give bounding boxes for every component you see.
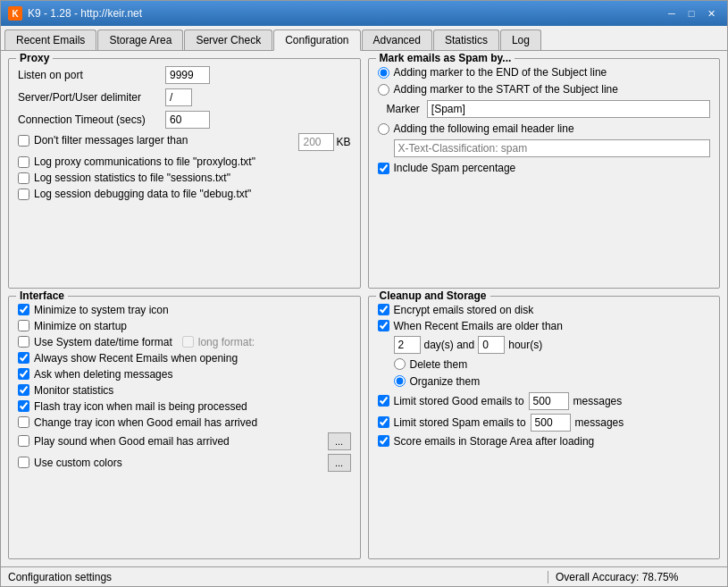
change-tray-checkbox[interactable] bbox=[18, 416, 29, 428]
tab-recent-emails[interactable]: Recent Emails bbox=[4, 29, 96, 50]
filter-label: Don't filter messages larger than bbox=[34, 134, 188, 147]
maximize-button[interactable]: □ bbox=[682, 5, 700, 21]
header-line-radio[interactable] bbox=[378, 123, 389, 135]
include-pct-checkbox[interactable] bbox=[378, 163, 389, 174]
custom-colors-row: Use custom colors ... bbox=[18, 454, 351, 472]
log-session-row: Log session statistics to file "sessions… bbox=[18, 172, 351, 184]
tab-configuration[interactable]: Configuration bbox=[273, 29, 360, 51]
system-date-row: Use System date/time format long format: bbox=[18, 336, 351, 348]
include-pct-row: Include Spam percentage bbox=[378, 162, 711, 174]
delete-them-radio[interactable] bbox=[394, 358, 406, 370]
minimize-startup-checkbox[interactable] bbox=[18, 320, 29, 331]
status-bar: Configuration settings Overall Accuracy:… bbox=[1, 566, 727, 586]
tab-log[interactable]: Log bbox=[500, 29, 541, 50]
ask-delete-label: Ask when deleting messages bbox=[34, 368, 172, 381]
encrypt-label: Encrypt emails stored on disk bbox=[394, 304, 534, 316]
older-than-checkbox[interactable] bbox=[378, 320, 389, 331]
system-date-checkbox[interactable] bbox=[18, 336, 29, 348]
flash-tray-label: Flash tray icon when mail is being proce… bbox=[34, 400, 247, 413]
tab-server-check[interactable]: Server Check bbox=[184, 29, 272, 50]
mark-spam-title: Mark emails as Spam by... bbox=[376, 52, 515, 64]
timeout-input[interactable] bbox=[165, 111, 210, 129]
tabs-bar: Recent Emails Storage Area Server Check … bbox=[1, 26, 727, 51]
title-bar-left: K K9 - 1.28 - http://keir.net bbox=[8, 6, 142, 21]
always-show-label: Always show Recent Emails when opening bbox=[34, 352, 238, 365]
header-input[interactable] bbox=[394, 139, 711, 157]
marker-input[interactable] bbox=[427, 100, 710, 118]
status-right: Overall Accuracy: 78.75% bbox=[548, 571, 727, 583]
minimize-startup-label: Minimize on startup bbox=[34, 320, 127, 332]
delete-them-label: Delete them bbox=[410, 358, 468, 371]
encrypt-row: Encrypt emails stored on disk bbox=[378, 304, 711, 316]
always-show-row: Always show Recent Emails when opening bbox=[18, 352, 351, 365]
tab-statistics[interactable]: Statistics bbox=[433, 29, 499, 50]
encrypt-checkbox[interactable] bbox=[378, 304, 389, 315]
listen-port-input[interactable] bbox=[165, 66, 210, 84]
older-than-row: When Recent Emails are older than bbox=[378, 320, 711, 332]
hours-input[interactable] bbox=[478, 336, 505, 354]
always-show-checkbox[interactable] bbox=[18, 352, 29, 364]
log-session-label: Log session statistics to file "sessions… bbox=[34, 172, 230, 184]
title-bar: K K9 - 1.28 - http://keir.net ─ □ ✕ bbox=[1, 1, 727, 26]
play-sound-browse-button[interactable]: ... bbox=[328, 432, 351, 450]
close-button[interactable]: ✕ bbox=[702, 5, 720, 21]
flash-tray-checkbox[interactable] bbox=[18, 400, 29, 412]
limit-spam-input[interactable] bbox=[531, 414, 571, 432]
monitor-stats-checkbox[interactable] bbox=[18, 384, 29, 396]
change-tray-label: Change tray icon when Good email has arr… bbox=[34, 416, 257, 429]
minimize-button[interactable]: ─ bbox=[663, 5, 681, 21]
cleanup-group: Cleanup and Storage Encrypt emails store… bbox=[368, 296, 721, 560]
ask-delete-checkbox[interactable] bbox=[18, 368, 29, 380]
play-sound-checkbox[interactable] bbox=[18, 435, 29, 447]
older-than-label: When Recent Emails are older than bbox=[394, 320, 563, 332]
monitor-stats-label: Monitor statistics bbox=[34, 384, 113, 397]
minimize-startup-row: Minimize on startup bbox=[18, 320, 351, 332]
tab-storage-area[interactable]: Storage Area bbox=[97, 29, 183, 50]
log-proxy-label: Log proxy communications to file "proxyl… bbox=[34, 155, 255, 168]
days-hours-row: day(s) and hour(s) bbox=[378, 336, 711, 354]
limit-good-label: Limit stored Good emails to bbox=[394, 395, 524, 407]
organize-them-radio[interactable] bbox=[394, 375, 406, 387]
days-input[interactable] bbox=[394, 336, 421, 354]
limit-spam-unit: messages bbox=[575, 416, 624, 429]
mark-spam-group: Mark emails as Spam by... Adding marker … bbox=[368, 58, 721, 289]
start-subject-radio[interactable] bbox=[378, 84, 389, 96]
custom-colors-button[interactable]: ... bbox=[328, 454, 351, 472]
listen-port-row: Listen on port bbox=[18, 66, 351, 84]
score-emails-checkbox[interactable] bbox=[378, 435, 389, 447]
log-debug-row: Log session debugging data to file "debu… bbox=[18, 188, 351, 200]
main-content: Proxy Listen on port Server/Port/User de… bbox=[1, 51, 727, 566]
end-subject-row: Adding marker to the END of the Subject … bbox=[378, 66, 711, 79]
limit-good-input[interactable] bbox=[529, 392, 569, 410]
limit-spam-checkbox[interactable] bbox=[378, 416, 389, 428]
ask-delete-row: Ask when deleting messages bbox=[18, 368, 351, 381]
days-label: day(s) and bbox=[424, 339, 475, 351]
system-date-label: Use System date/time format bbox=[34, 336, 172, 348]
proxy-group: Proxy Listen on port Server/Port/User de… bbox=[8, 58, 361, 289]
monitor-stats-row: Monitor statistics bbox=[18, 384, 351, 397]
limit-spam-label: Limit stored Spam emails to bbox=[394, 416, 526, 429]
end-subject-radio[interactable] bbox=[378, 67, 389, 79]
filter-checkbox[interactable] bbox=[18, 135, 29, 147]
interface-title: Interface bbox=[16, 289, 68, 302]
tab-advanced[interactable]: Advanced bbox=[362, 29, 432, 50]
interface-group: Interface Minimize to system tray icon M… bbox=[8, 296, 361, 560]
filter-checkbox-row: Don't filter messages larger than bbox=[18, 134, 298, 147]
delete-them-row: Delete them bbox=[378, 358, 711, 371]
organize-them-row: Organize them bbox=[378, 375, 711, 388]
minimize-tray-row: Minimize to system tray icon bbox=[18, 304, 351, 316]
custom-colors-checkbox[interactable] bbox=[18, 457, 29, 468]
limit-good-checkbox[interactable] bbox=[378, 395, 389, 407]
log-proxy-row: Log proxy communications to file "proxyl… bbox=[18, 155, 351, 168]
minimize-tray-checkbox[interactable] bbox=[18, 304, 29, 315]
score-emails-label: Score emails in Storage Area after loadi… bbox=[394, 435, 595, 448]
long-format-checkbox[interactable] bbox=[182, 336, 194, 348]
log-proxy-checkbox[interactable] bbox=[18, 156, 29, 168]
log-session-checkbox[interactable] bbox=[18, 172, 29, 184]
delimiter-input[interactable] bbox=[165, 88, 192, 106]
custom-colors-label: Use custom colors bbox=[34, 457, 323, 469]
log-debug-checkbox[interactable] bbox=[18, 189, 29, 200]
filter-input[interactable] bbox=[298, 133, 334, 151]
include-pct-label: Include Spam percentage bbox=[394, 162, 516, 174]
end-subject-label: Adding marker to the END of the Subject … bbox=[394, 66, 607, 79]
